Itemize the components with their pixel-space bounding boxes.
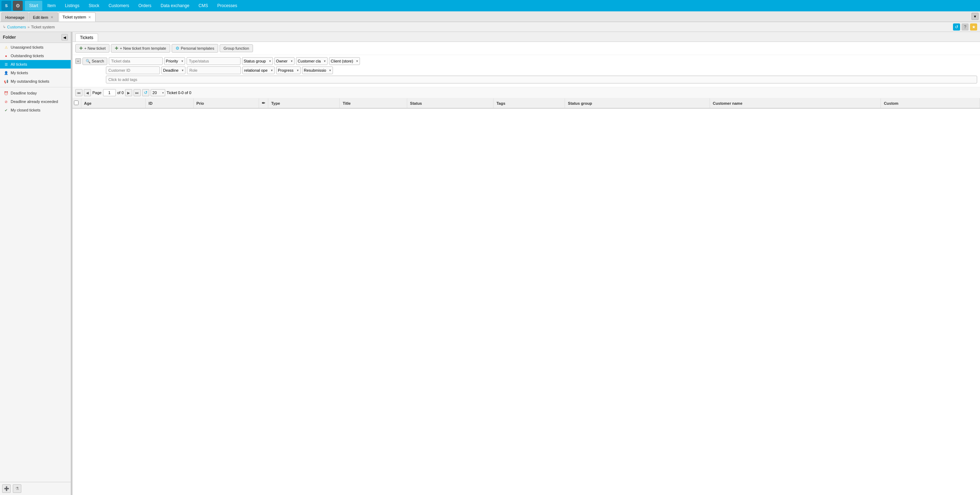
th-age[interactable]: Age — [81, 98, 146, 108]
new-ticket-button[interactable]: ✚ + New ticket — [75, 44, 110, 52]
filter-area: − 🔍 Search Priority Status group — [73, 55, 980, 87]
tab-ticket-system[interactable]: Ticket system ✕ — [59, 13, 96, 22]
nav-item-processes[interactable]: Processes — [213, 1, 242, 11]
select-all-checkbox[interactable] — [74, 100, 78, 105]
prev-page-button[interactable]: ◀ — [84, 89, 91, 96]
sidebar-item-deadline-exceeded[interactable]: ⊘ Deadline already exceeded — [0, 97, 71, 106]
th-id[interactable]: ID — [146, 98, 194, 108]
table-container: Age ID Prio ✏ Type Title Status Tags Sta… — [73, 98, 980, 495]
last-page-button[interactable]: ⏭ — [134, 89, 141, 96]
nav-logo[interactable]: S — [2, 1, 11, 11]
new-ticket-from-template-button[interactable]: ✚ + New ticket from template — [111, 44, 170, 52]
ticket-data-input[interactable] — [109, 57, 163, 65]
resubmission-select[interactable]: Resubmissio — [302, 67, 333, 74]
tab-ticket-system-close[interactable]: ✕ — [88, 15, 92, 19]
new-ticket-label: + New ticket — [84, 46, 105, 51]
next-page-button[interactable]: ▶ — [125, 89, 132, 96]
sidebar-item-unassigned[interactable]: ⚠ Unassigned tickets — [0, 43, 71, 51]
group-function-button[interactable]: Group function — [220, 44, 253, 52]
client-store-select-wrap: Client (store) — [329, 57, 360, 65]
th-type[interactable]: Type — [268, 98, 340, 108]
customer-id-input[interactable] — [106, 67, 160, 74]
pagination-refresh-button[interactable]: ↺ — [142, 89, 149, 96]
nav-item-stock[interactable]: Stock — [84, 1, 103, 11]
th-title[interactable]: Title — [340, 98, 407, 108]
content-tab-tickets[interactable]: Tickets — [75, 33, 98, 41]
per-page-select[interactable]: 10 20 50 100 — [151, 89, 165, 96]
deadline-select-wrap: Deadline — [161, 67, 186, 74]
all-icon: ☰ — [3, 62, 8, 67]
sidebar-item-my[interactable]: 👤 My tickets — [0, 68, 71, 77]
breadcrumb-refresh-icon[interactable]: ↺ — [953, 24, 960, 30]
search-label: Search — [92, 59, 104, 63]
tab-edit-item[interactable]: Edit item ✕ — [29, 13, 58, 22]
relational-select[interactable]: relational ope — [242, 67, 275, 74]
sidebar-item-all[interactable]: ☰ All tickets — [0, 60, 71, 68]
my-icon: 👤 — [3, 70, 8, 75]
customer-class-select-wrap: Customer cla — [296, 57, 328, 65]
sidebar-item-outstanding[interactable]: ● Outstanding tickets — [0, 51, 71, 60]
nav-item-cms[interactable]: CMS — [194, 1, 213, 11]
breadcrumb: ↳ Customers » Ticket system — [3, 25, 55, 29]
sidebar-add-button[interactable]: ➕ — [2, 484, 11, 493]
deadline-select[interactable]: Deadline — [161, 67, 186, 74]
filter-toggle[interactable]: − — [75, 58, 81, 64]
sidebar-item-my-outstanding[interactable]: 📢 My outstanding tickets — [0, 77, 71, 86]
th-status[interactable]: Status — [407, 98, 493, 108]
th-custom[interactable]: Custom — [881, 98, 980, 108]
nav-gear-icon[interactable]: ⚙ — [13, 1, 23, 11]
search-button[interactable]: 🔍 Search — [83, 57, 107, 65]
sidebar-item-unassigned-label: Unassigned tickets — [11, 45, 43, 49]
breadcrumb-star-icon[interactable]: ★ — [970, 24, 977, 30]
tab-ticket-system-label: Ticket system — [62, 15, 86, 19]
nav-item-start[interactable]: Start — [25, 1, 42, 11]
sidebar-divider — [0, 87, 71, 87]
customer-class-select[interactable]: Customer cla — [296, 57, 328, 65]
breadcrumb-ticket-system: Ticket system — [31, 25, 55, 29]
content-area: Tickets ✚ + New ticket ✚ + New ticket fr… — [73, 32, 980, 495]
th-status-group[interactable]: Status group — [565, 98, 710, 108]
nav-item-listings[interactable]: Listings — [61, 1, 84, 11]
breadcrumb-help-icon[interactable]: ? — [961, 24, 969, 30]
breadcrumb-bar: ↳ Customers » Ticket system ↺ ? ★ — [0, 22, 980, 32]
breadcrumb-customers[interactable]: Customers — [7, 25, 26, 29]
ticket-count: Ticket 0-0 of 0 — [167, 90, 191, 95]
sidebar-header-label: Folder — [3, 35, 16, 40]
client-store-select[interactable]: Client (store) — [329, 57, 360, 65]
sidebar-item-deadline-today-label: Deadline today — [11, 91, 37, 95]
priority-select[interactable]: Priority — [164, 57, 185, 65]
th-edit-icon[interactable]: ✏ — [259, 98, 268, 108]
tab-homepage[interactable]: Homepage — [2, 13, 29, 22]
tab-dropdown-button[interactable]: ▼ — [972, 13, 978, 20]
personal-templates-icon: ⚙ — [175, 46, 180, 51]
progress-select-wrap: Progress — [276, 67, 301, 74]
th-tags[interactable]: Tags — [493, 98, 565, 108]
sidebar-collapse-button[interactable]: ◀ — [62, 34, 68, 40]
progress-select[interactable]: Progress — [276, 67, 301, 74]
status-group-select[interactable]: Status group — [242, 57, 273, 65]
owner-select[interactable]: Owner — [274, 57, 294, 65]
breadcrumb-separator: » — [27, 25, 30, 29]
relational-select-wrap: relational ope — [242, 67, 275, 74]
sidebar-item-closed[interactable]: ✔ My closed tickets — [0, 106, 71, 114]
page-number-input[interactable]: 1 — [103, 89, 116, 96]
th-priority[interactable]: Prio — [193, 98, 259, 108]
sidebar-filter-button[interactable]: ⚗ — [13, 484, 21, 493]
nav-item-item[interactable]: Item — [43, 1, 60, 11]
type-status-input[interactable] — [186, 57, 240, 65]
first-page-button[interactable]: ⏮ — [75, 89, 83, 96]
th-customer-name[interactable]: Customer name — [710, 98, 881, 108]
filter-row-2: Deadline relational ope Progress Re — [75, 67, 977, 74]
tab-edit-item-close[interactable]: ✕ — [50, 15, 54, 19]
priority-select-wrap: Priority — [164, 57, 185, 65]
closed-icon: ✔ — [3, 108, 8, 113]
personal-templates-button[interactable]: ⚙ Personal templates — [172, 44, 218, 52]
nav-item-orders[interactable]: Orders — [134, 1, 156, 11]
filter-row-tags — [75, 76, 977, 83]
filter-row-1: − 🔍 Search Priority Status group — [75, 57, 977, 65]
role-input[interactable] — [187, 67, 241, 74]
nav-item-customers[interactable]: Customers — [104, 1, 133, 11]
sidebar-item-deadline-today[interactable]: ⏰ Deadline today — [0, 89, 71, 97]
nav-item-data-exchange[interactable]: Data exchange — [156, 1, 194, 11]
tags-input[interactable] — [106, 76, 977, 83]
